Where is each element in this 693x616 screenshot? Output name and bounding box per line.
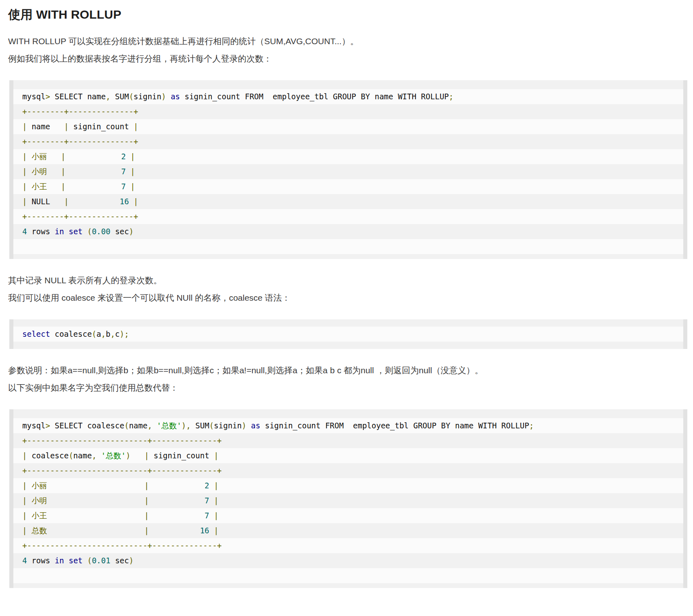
code-line: +--------------------------+------------…	[22, 433, 675, 448]
code-line: 4 rows in set (0.00 sec)	[22, 224, 675, 239]
code-line: mysql> SELECT name, SUM(signin) as signi…	[22, 89, 675, 104]
code-block-coalesce-query: mysql> SELECT coalesce(name, '总数'), SUM(…	[9, 409, 687, 588]
code-line: | name | signin_count |	[22, 119, 675, 134]
code-line: +--------+--------------+	[22, 209, 675, 224]
code-line: | 小明 | 7 |	[22, 493, 675, 508]
page-title: 使用 WITH ROLLUP	[8, 6, 687, 23]
code-line: +--------------------------+------------…	[22, 463, 675, 478]
code-line: +--------+--------------+	[22, 104, 675, 119]
code-block-rollup-query: mysql> SELECT name, SUM(signin) as signi…	[9, 80, 687, 259]
code-line: | coalesce(name, '总数') | signin_count |	[22, 448, 675, 463]
article-content: 使用 WITH ROLLUP WITH ROLLUP 可以实现在分组统计数据基础…	[0, 0, 693, 616]
code-line: | NULL | 16 |	[22, 194, 675, 209]
code-line: | 小丽 | 2 |	[22, 478, 675, 493]
code-line: +--------------------------+------------…	[22, 538, 675, 553]
code-line: | 小王 | 7 |	[22, 508, 675, 523]
paragraph-param-note: 参数说明：如果a==null,则选择b；如果b==null,则选择c；如果a!=…	[8, 364, 687, 376]
paragraph-coalesce-intro: 我们可以使用 coalesce 来设置一个可以取代 NUll 的名称，coale…	[8, 292, 687, 304]
code-line: | 小明 | 7 |	[22, 164, 675, 179]
code-line: select coalesce(a,b,c);	[22, 327, 675, 342]
paragraph-null-note: 其中记录 NULL 表示所有人的登录次数。	[8, 274, 687, 287]
paragraph-rollup-intro: WITH ROLLUP 可以实现在分组统计数据基础上再进行相同的统计（SUM,A…	[8, 35, 687, 47]
code-line: | 小王 | 7 |	[22, 179, 675, 194]
code-line: | 小丽 | 2 |	[22, 149, 675, 164]
code-block-coalesce-syntax: select coalesce(a,b,c);	[9, 319, 687, 349]
code-line: mysql> SELECT coalesce(name, '总数'), SUM(…	[22, 418, 675, 433]
paragraph-example-intro: 以下实例中如果名字为空我们使用总数代替：	[8, 382, 687, 394]
code-line: +--------+--------------+	[22, 134, 675, 149]
code-line: 4 rows in set (0.01 sec)	[22, 553, 675, 568]
paragraph-group-example: 例如我们将以上的数据表按名字进行分组，再统计每个人登录的次数：	[8, 53, 687, 65]
code-line: | 总数 | 16 |	[22, 523, 675, 538]
